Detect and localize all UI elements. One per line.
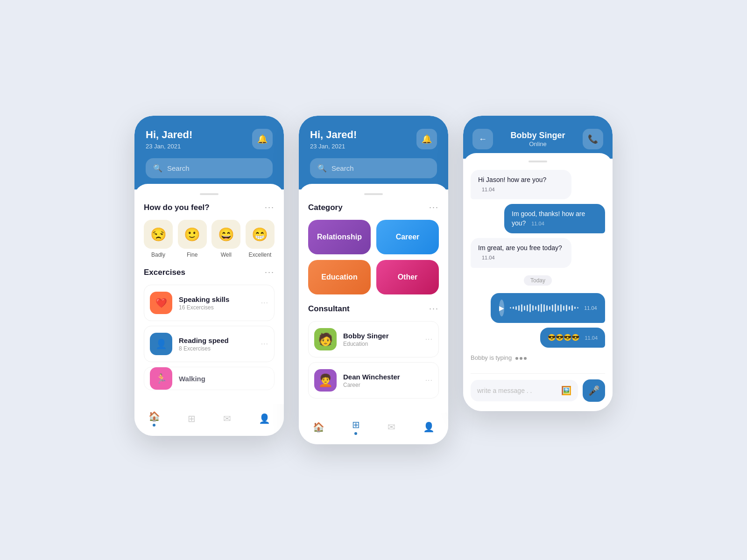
mood-well[interactable]: 😄 Well — [211, 220, 240, 258]
search-input-2[interactable] — [331, 164, 430, 172]
typing-user-name: Bobby — [471, 354, 488, 361]
nav-active-dot-1 — [153, 424, 155, 427]
search-input-1[interactable] — [167, 164, 265, 172]
consultant-more-btn[interactable]: ··· — [429, 304, 439, 314]
mail-icon-1: ✉ — [223, 413, 231, 424]
nav-home-2[interactable]: 🏠 — [313, 421, 324, 433]
nav-user-2[interactable]: 👤 — [423, 421, 435, 433]
mic-button[interactable]: 🎤 — [583, 379, 605, 402]
waveform — [510, 304, 578, 312]
nav-grid-1[interactable]: ⊞ — [188, 413, 196, 424]
drag-handle-2 — [364, 193, 383, 195]
phone-home: Hi, Jared! 23 Jan, 2021 🔔 🔍 How do you f… — [134, 116, 284, 436]
mood-excellent[interactable]: 😁 Excellent — [246, 220, 275, 258]
nav-user-1[interactable]: 👤 — [259, 413, 270, 424]
consultant-dean[interactable]: 🧑‍🦱 Dean Winchester Career ··· — [308, 362, 439, 399]
category-career[interactable]: Career — [376, 220, 439, 254]
category-other[interactable]: Other — [376, 260, 439, 294]
msg-bubble-3: Im great, are you free today? 11.04 — [471, 238, 571, 267]
chat-body: Hi Jason! how are you? 11.04 Im good, th… — [463, 153, 613, 411]
exercise-more-speaking[interactable]: ··· — [261, 299, 268, 307]
exercise-speaking[interactable]: ❤️ Speaking skills 16 Excercises ··· — [144, 285, 275, 321]
feel-title: How do you feel? — [144, 203, 210, 212]
chat-contact-status: Online — [510, 140, 565, 147]
chat-input-area: write a message . . 🖼️ 🎤 — [471, 373, 605, 411]
mood-row: 😒 Badly 🙂 Fine 😄 Well 😁 Excellent — [144, 220, 275, 258]
search-icon-2: 🔍 — [317, 164, 327, 173]
nav-mail-1[interactable]: ✉ — [223, 413, 231, 424]
greeting: Hi, Jared! — [146, 129, 192, 141]
bell-button[interactable]: 🔔 — [252, 129, 273, 149]
nav-home-1[interactable]: 🏠 — [148, 411, 160, 427]
category-more-btn[interactable]: ··· — [429, 203, 439, 212]
msg-row-2: Im good, thanks! how are you? 11.04 — [471, 204, 605, 233]
play-button[interactable]: ▶ — [499, 300, 504, 316]
typing-text: is typing — [490, 354, 514, 361]
bell-button-2[interactable]: 🔔 — [416, 129, 437, 149]
call-button[interactable]: 📞 — [583, 129, 603, 149]
date: 23 Jan, 2021 — [146, 143, 192, 150]
exercise-name-reading: Reading speed — [179, 336, 254, 344]
exercise-info-speaking: Speaking skills 16 Excercises — [179, 295, 254, 311]
consultant-more-bobby[interactable]: ··· — [425, 335, 433, 343]
exercise-more-reading[interactable]: ··· — [261, 340, 268, 348]
consultant-more-dean[interactable]: ··· — [425, 376, 433, 385]
image-button[interactable]: 🖼️ — [561, 385, 571, 396]
wave-bar — [521, 304, 522, 312]
typing-dot-2 — [520, 357, 522, 360]
phone2-body: Category ··· Relationship Career Educati… — [299, 184, 448, 413]
mood-fine[interactable]: 🙂 Fine — [178, 220, 207, 258]
category-section-header: Category ··· — [308, 203, 439, 212]
user-icon-1: 👤 — [259, 413, 270, 424]
chat-placeholder: write a message . . — [477, 387, 532, 394]
chat-header: ← Bobby Singer Online 📞 — [463, 116, 613, 159]
mood-excellent-emoji: 😁 — [246, 220, 275, 249]
wave-bar — [541, 304, 542, 312]
category-career-label: Career — [396, 233, 420, 241]
wave-bar — [563, 306, 564, 310]
consultant-category-bobby: Education — [343, 341, 419, 347]
chat-input-box[interactable]: write a message . . 🖼️ — [471, 380, 578, 401]
wave-bar — [569, 306, 570, 310]
feel-more-btn[interactable]: ··· — [265, 203, 275, 212]
wave-bar — [577, 307, 578, 308]
exercise-count-speaking: 16 Excercises — [179, 304, 254, 311]
phone2-header: Hi, Jared! 23 Jan, 2021 🔔 🔍 — [299, 116, 448, 189]
emoji-bubble: 😎😎😎😎 11.04 — [540, 328, 605, 348]
bottom-nav-2: 🏠 ⊞ ✉ 👤 — [299, 413, 448, 444]
wave-bar — [546, 305, 548, 311]
category-relationship-label: Relationship — [317, 233, 362, 241]
phone1-header: Hi, Jared! 23 Jan, 2021 🔔 🔍 — [134, 116, 284, 189]
wave-bar — [557, 305, 559, 311]
wave-bar — [532, 305, 534, 311]
category-relationship[interactable]: Relationship — [308, 220, 371, 254]
date-divider-label: Today — [524, 275, 552, 286]
consultant-bobby[interactable]: 🧑 Bobby Singer Education ··· — [308, 321, 439, 357]
mood-badly[interactable]: 😒 Badly — [144, 220, 173, 258]
chat-contact-name: Bobby Singer — [510, 131, 565, 140]
msg-time-3: 11.04 — [482, 255, 495, 260]
mood-badly-label: Badly — [151, 252, 165, 258]
nav-grid-2[interactable]: ⊞ — [352, 419, 360, 435]
wave-bar — [549, 306, 550, 310]
nav-mail-2[interactable]: ✉ — [388, 421, 395, 433]
exercises-more-btn[interactable]: ··· — [265, 267, 275, 277]
wave-bar — [524, 306, 525, 310]
exercise-reading[interactable]: 👤 Reading speed 8 Excercises ··· — [144, 326, 275, 362]
mood-excellent-label: Excellent — [249, 252, 272, 258]
back-button[interactable]: ← — [472, 129, 493, 149]
msg-time-2: 11.04 — [531, 221, 544, 226]
search-bar-2[interactable]: 🔍 — [310, 158, 437, 178]
home-icon-2: 🏠 — [313, 421, 324, 433]
chat-user-info: Bobby Singer Online — [510, 131, 565, 147]
exercise-walking[interactable]: 🏃 Walking — [144, 367, 275, 390]
search-bar-1[interactable]: 🔍 — [146, 158, 273, 178]
greeting-2: Hi, Jared! — [310, 129, 357, 141]
msg-time-1: 11.04 — [482, 187, 495, 192]
date-2: 23 Jan, 2021 — [310, 143, 357, 150]
mail-icon-2: ✉ — [388, 421, 395, 433]
exercise-info-walking: Walking — [179, 375, 268, 383]
category-education-label: Education — [321, 273, 357, 281]
category-education[interactable]: Education — [308, 260, 371, 294]
mood-fine-emoji: 🙂 — [178, 220, 207, 249]
